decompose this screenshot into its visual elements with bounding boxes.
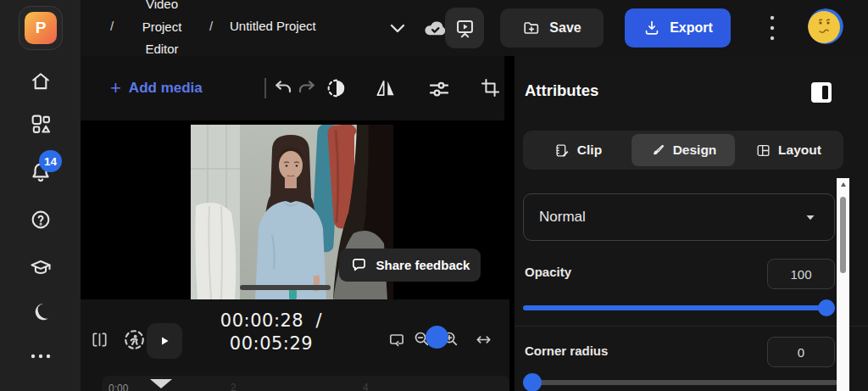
section-divider bbox=[515, 326, 868, 327]
flip-horizontal-icon[interactable] bbox=[374, 76, 398, 100]
sidebar-item-more[interactable] bbox=[0, 351, 81, 361]
export-button[interactable]: Export bbox=[625, 8, 731, 47]
tab-clip[interactable]: Clip bbox=[526, 134, 630, 166]
loop-icon[interactable] bbox=[387, 330, 406, 349]
top-bar: / Video Project Editor / Untitled Projec… bbox=[81, 0, 868, 56]
video-canvas: Share feedback bbox=[81, 120, 509, 299]
folder-plus-icon bbox=[522, 19, 541, 37]
breadcrumb-separator: / bbox=[110, 19, 114, 33]
video-progress-bar bbox=[240, 285, 331, 290]
redo-icon[interactable] bbox=[294, 76, 318, 100]
present-button[interactable] bbox=[445, 8, 484, 48]
notification-badge: 14 bbox=[39, 150, 62, 172]
timeline-tick-4: 4 bbox=[363, 382, 369, 391]
panel-title: Attributes bbox=[525, 81, 598, 100]
opacity-label: Opacity bbox=[525, 265, 571, 279]
more-ellipsis-icon bbox=[28, 351, 53, 361]
sidebar-item-home[interactable] bbox=[0, 70, 81, 93]
tab-layout[interactable]: Layout bbox=[737, 134, 840, 166]
app-logo-button[interactable]: P bbox=[19, 6, 63, 50]
clip-icon bbox=[554, 142, 570, 159]
total-duration: 00:05:29 bbox=[230, 333, 313, 354]
kebab-menu-icon[interactable] bbox=[764, 12, 781, 44]
sidebar-item-help[interactable] bbox=[0, 208, 81, 232]
timecode-display: 00:00:28 / 00:05:29 bbox=[186, 310, 356, 355]
add-media-label: Add media bbox=[129, 80, 203, 97]
chevron-down-icon[interactable] bbox=[387, 18, 408, 38]
playback-controls: 00:00:28 / 00:05:29 bbox=[81, 299, 509, 376]
corner-radius-value-input[interactable]: 0 bbox=[767, 337, 835, 367]
time-separator: / bbox=[316, 310, 323, 331]
timecode-line1: 00:00:28 / bbox=[186, 310, 356, 332]
chat-bubble-icon bbox=[350, 256, 368, 274]
sidebar-item-dark-mode[interactable] bbox=[0, 299, 81, 323]
undo-icon[interactable] bbox=[272, 76, 296, 100]
blend-mode-value: Normal bbox=[539, 209, 802, 226]
breadcrumb-product[interactable]: Video Project Editor bbox=[131, 0, 192, 61]
add-media-button[interactable]: + Add media bbox=[110, 56, 203, 120]
corner-radius-slider-thumb[interactable] bbox=[523, 373, 542, 391]
save-button-label: Save bbox=[549, 20, 581, 36]
help-icon bbox=[29, 208, 53, 232]
crop-icon[interactable] bbox=[479, 76, 502, 99]
play-button[interactable] bbox=[147, 323, 182, 359]
caret-down-icon bbox=[802, 209, 819, 226]
toolbar-divider bbox=[264, 78, 266, 98]
corner-radius-label: Corner radius bbox=[525, 344, 608, 358]
play-icon bbox=[156, 332, 173, 349]
app-logo: P bbox=[25, 12, 57, 44]
share-feedback-button[interactable]: Share feedback bbox=[339, 249, 481, 282]
opacity-slider-track[interactable] bbox=[523, 305, 835, 310]
expand-timeline-icon[interactable] bbox=[474, 330, 493, 349]
breadcrumb-separator-2: / bbox=[209, 19, 213, 33]
layout-icon bbox=[755, 142, 771, 159]
sidebar-item-learn[interactable] bbox=[0, 255, 81, 279]
panel-scrollbar[interactable] bbox=[837, 178, 849, 391]
opacity-value-input[interactable]: 100 bbox=[767, 259, 835, 289]
tab-clip-label: Clip bbox=[577, 142, 602, 158]
logo-letter: P bbox=[36, 19, 47, 37]
paintbrush-icon bbox=[650, 142, 666, 159]
edit-toolbar: + Add media bbox=[81, 56, 504, 120]
contrast-adjust-icon[interactable] bbox=[325, 76, 348, 100]
home-icon bbox=[29, 70, 53, 93]
scrollbar-thumb[interactable] bbox=[840, 197, 846, 273]
opacity-slider-thumb[interactable] bbox=[818, 299, 835, 316]
tab-layout-label: Layout bbox=[778, 142, 821, 158]
tab-design-label: Design bbox=[673, 142, 717, 158]
adjustments-icon[interactable] bbox=[426, 76, 452, 102]
graduation-cap-icon bbox=[29, 255, 53, 279]
split-clip-icon[interactable] bbox=[90, 330, 109, 349]
save-button[interactable]: Save bbox=[500, 8, 604, 47]
attributes-panel: Attributes Clip bbox=[515, 56, 868, 391]
timeline-tick-2: 2 bbox=[231, 382, 236, 391]
timeline-ruler[interactable]: 0:00 2 4 bbox=[102, 376, 509, 391]
breadcrumb-project-name[interactable]: Untitled Project bbox=[230, 19, 316, 33]
playhead-marker[interactable] bbox=[150, 379, 172, 388]
zoom-slider-thumb[interactable] bbox=[426, 326, 448, 349]
tab-design[interactable]: Design bbox=[632, 134, 735, 166]
smart-tool-icon[interactable] bbox=[122, 327, 147, 352]
presentation-icon bbox=[453, 17, 476, 40]
user-avatar[interactable] bbox=[808, 8, 843, 44]
notification-count: 14 bbox=[44, 155, 57, 168]
download-icon bbox=[643, 19, 661, 37]
export-button-label: Export bbox=[670, 20, 713, 36]
timecode-line2: 00:05:29 bbox=[186, 332, 356, 355]
plus-icon: + bbox=[110, 79, 121, 98]
video-editor-app: P bbox=[0, 0, 868, 391]
timeline-start-label: 0:00 bbox=[108, 383, 128, 391]
moon-icon bbox=[29, 299, 53, 323]
collapse-panel-icon[interactable] bbox=[810, 81, 833, 104]
share-feedback-label: Share feedback bbox=[376, 258, 470, 272]
scrollbar-up-arrow[interactable] bbox=[841, 182, 846, 187]
elapsed-time: 00:00:28 bbox=[220, 310, 303, 331]
left-sidebar: P bbox=[0, 0, 81, 391]
sidebar-item-apps[interactable] bbox=[0, 112, 81, 136]
corner-radius-slider-track[interactable] bbox=[523, 380, 837, 385]
panel-tabs: Clip Design Layout bbox=[523, 131, 843, 170]
timeline: 0:00 2 4 bbox=[81, 376, 509, 391]
blend-mode-select[interactable]: Normal bbox=[523, 193, 835, 241]
apps-grid-icon bbox=[29, 112, 53, 136]
